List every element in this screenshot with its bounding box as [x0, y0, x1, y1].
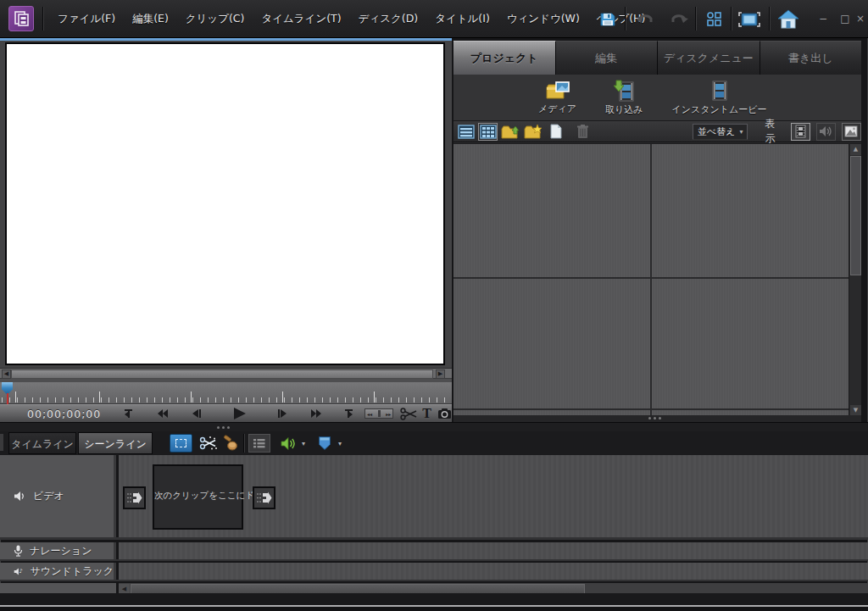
clip-drop-zone[interactable]: 次のクリップをここにド..	[153, 464, 243, 530]
instant-movie-button[interactable]: インスタントムービー	[672, 80, 767, 116]
media-bin[interactable]: ▲ ▼	[453, 143, 861, 415]
minimize-button[interactable]: −	[815, 12, 831, 25]
marker-dropdown[interactable]: ▾	[336, 434, 344, 453]
organizer-icon	[706, 11, 723, 28]
shuttle-thumb[interactable]	[378, 410, 381, 417]
tab-export[interactable]: 書き出し	[760, 41, 862, 75]
next-scene-button[interactable]	[343, 406, 354, 421]
instant-movie-label: インスタントムービー	[672, 103, 767, 116]
menu-window[interactable]: ウィンドウ(W)	[498, 8, 588, 30]
panel-resize-bar[interactable]	[453, 415, 861, 422]
menu-title[interactable]: タイトル(I)	[426, 8, 498, 30]
panel-grip[interactable]	[0, 434, 3, 451]
audio-tools-dropdown[interactable]: ▾	[299, 434, 308, 453]
marker-button[interactable]	[315, 434, 334, 453]
add-folder-button[interactable]	[500, 123, 520, 141]
tab-project[interactable]: プロジェクト	[453, 41, 556, 75]
play-icon	[232, 407, 247, 420]
properties-button[interactable]	[248, 434, 270, 453]
properties-icon	[253, 438, 266, 449]
soundtrack-track-label: サウンドトラック	[31, 564, 114, 579]
bottom-spacer	[0, 593, 868, 605]
instant-movie-icon	[710, 80, 729, 102]
sort-dropdown[interactable]: 並べ替え ▾	[693, 124, 748, 140]
show-image-toggle[interactable]	[842, 123, 861, 141]
new-item-button[interactable]	[546, 123, 565, 141]
step-forward-button[interactable]	[277, 406, 288, 421]
split-clip-button[interactable]	[400, 406, 417, 421]
list-view-button[interactable]	[456, 123, 476, 141]
menu-edit[interactable]: 編集(E)	[124, 8, 177, 30]
get-media-button[interactable]: 取り込み	[605, 80, 643, 116]
tab-sceneline[interactable]: シーンライン	[78, 432, 153, 454]
scrollbar-thumb[interactable]	[11, 369, 433, 379]
smart-trim-button[interactable]	[170, 434, 192, 453]
rewind-button[interactable]	[156, 406, 169, 421]
scroll-left-icon[interactable]: ◀	[2, 369, 11, 379]
text-tool-button[interactable]: T	[422, 406, 431, 421]
narration-track-label: ナレーション	[30, 544, 92, 558]
trash-icon	[576, 124, 589, 139]
timecode-display[interactable]: 00;00;00;00	[27, 408, 111, 420]
show-video-toggle[interactable]	[791, 123, 810, 141]
new-folder-button[interactable]	[523, 123, 543, 141]
audio-tools-button[interactable]	[278, 434, 298, 453]
scrollbar-thumb[interactable]	[850, 156, 861, 275]
grid-view-button[interactable]	[478, 123, 498, 141]
soundtrack-track-header[interactable]: ♪ サウンドトラック	[0, 563, 116, 580]
video-track-content[interactable]: 次のクリップをここにド..	[119, 455, 868, 537]
step-back-button[interactable]	[191, 406, 202, 421]
maximize-button[interactable]: □	[837, 12, 853, 25]
tab-edit[interactable]: 編集	[556, 41, 659, 75]
preview-screen[interactable]	[5, 42, 445, 365]
organizer-button[interactable]	[702, 8, 727, 31]
home-button[interactable]	[776, 8, 801, 31]
redo-button[interactable]	[666, 8, 692, 31]
video-track: ビデオ 次のクリップをここにド..	[0, 455, 868, 540]
step-forward-icon	[277, 408, 288, 419]
delete-button[interactable]	[572, 123, 592, 141]
soundtrack-track: ♪ サウンドトラック	[0, 563, 868, 581]
narration-track-header[interactable]: ナレーション	[0, 542, 116, 559]
drop-arrow-icon	[126, 492, 142, 504]
shuttle-slider[interactable]: ◂◂ ▸▸	[364, 408, 393, 419]
get-media-icon	[613, 80, 635, 102]
fullscreen-button[interactable]	[737, 8, 762, 31]
bin-toolbar: 並べ替え ▾ 表示	[453, 120, 861, 142]
narration-track-content[interactable]	[119, 542, 868, 559]
show-audio-toggle[interactable]	[816, 123, 836, 141]
play-button[interactable]	[232, 406, 247, 421]
bin-scrollbar[interactable]: ▲ ▼	[849, 144, 861, 416]
resize-handle[interactable]	[648, 417, 667, 420]
window-bottom-edge	[0, 607, 868, 611]
media-button[interactable]: メディア	[538, 81, 576, 115]
monitor-scrollbar[interactable]: ◀ ▶	[0, 368, 452, 379]
panel-splitter[interactable]	[0, 422, 868, 431]
split-clip-tool-button[interactable]	[198, 434, 220, 453]
fast-forward-button[interactable]	[310, 406, 323, 421]
insert-clip-left-button[interactable]	[123, 486, 146, 509]
project-actions: メディア 取り込み	[453, 75, 861, 120]
prev-scene-button[interactable]	[123, 406, 134, 421]
menu-timeline[interactable]: タイムライン(T)	[253, 8, 349, 30]
tab-disc-menu[interactable]: ディスクメニュー	[658, 41, 760, 75]
scroll-right-icon[interactable]: ▶	[436, 369, 445, 379]
menu-file[interactable]: ファイル(F)	[49, 8, 124, 30]
video-track-label: ビデオ	[33, 489, 64, 503]
resize-handle[interactable]	[217, 426, 236, 430]
soundtrack-track-content[interactable]	[119, 563, 868, 580]
tab-timeline[interactable]: タイムライン	[8, 432, 76, 454]
toolbar-separator	[769, 7, 771, 31]
close-button[interactable]: ×	[853, 12, 868, 25]
insert-clip-right-button[interactable]	[253, 486, 275, 509]
time-ruler[interactable]	[0, 379, 452, 404]
save-button[interactable]	[595, 8, 620, 31]
undo-button[interactable]	[632, 8, 658, 31]
menu-clip[interactable]: クリップ(C)	[177, 8, 253, 30]
snapshot-button[interactable]	[437, 406, 452, 421]
audio-mixer-button[interactable]	[220, 434, 241, 453]
video-track-header[interactable]: ビデオ	[0, 455, 116, 537]
scroll-up-icon[interactable]: ▲	[850, 144, 861, 155]
menu-disc[interactable]: ディスク(D)	[350, 8, 427, 30]
toolbar-separator	[625, 7, 626, 31]
